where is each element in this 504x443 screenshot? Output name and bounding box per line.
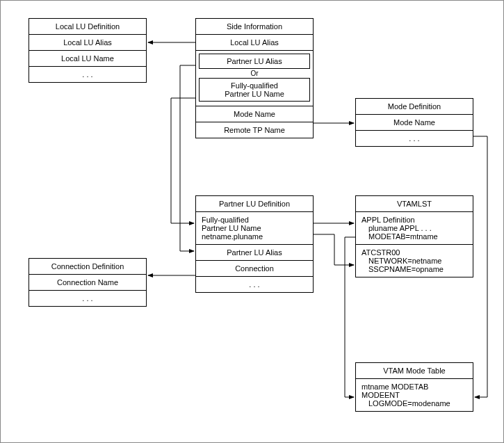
vtamlst-atcstr: ATCSTR00 NETWORK=netname SSCPNAME=opname [356,245,473,277]
side-info-local-lu-alias: Local LU Alias [196,35,313,51]
conn-def-title: Connection Definition [29,259,146,275]
side-information-box: Side Information Local LU Alias Partner … [195,18,314,138]
vtamlst-title: VTAMLST [356,196,473,212]
vtamlst-appl-line2: pluname APPL . . . [361,224,467,232]
side-info-mode-name: Mode Name [196,106,313,122]
mode-def-title: Mode Definition [356,99,473,115]
side-info-fq-partner: Fully-qualified Partner LU Name [199,78,310,102]
connection-definition-box: Connection Definition Connection Name . … [29,258,147,307]
vtamlst-appl: APPL Definition pluname APPL . . . MODET… [356,212,473,245]
vtam-mode-title: VTAM Mode Table [356,363,473,379]
mode-definition-box: Mode Definition Mode Name . . . [355,98,473,147]
side-info-fq-line2: Partner LU Name [205,90,304,98]
partner-lu-alias: Partner LU Alias [196,245,313,261]
local-lu-definition-box: Local LU Definition Local LU Alias Local… [29,18,147,83]
side-info-fq-line1: Fully-qualified [205,81,304,90]
side-info-remote-tp: Remote TP Name [196,122,313,138]
side-info-partner-lu-alias: Partner LU Alias [199,54,310,69]
vtam-mode-line2: MODEENT [361,391,467,399]
partner-lu-fq-line2: Partner LU Name [202,224,307,232]
vtam-mode-body: mtname MODETAB MODEENT LOGMODE=modename [356,379,473,411]
vtam-mode-line3: LOGMODE=modename [361,399,467,408]
vtamlst-atcstr-line2: NETWORK=netname [361,257,467,265]
mode-def-ellipsis: . . . [356,131,473,146]
partner-lu-fq-line1: Fully-qualified [202,216,307,224]
vtam-mode-line1: mtname MODETAB [361,382,467,391]
vtamlst-atcstr-line3: SSCPNAME=opname [361,265,467,273]
local-lu-title: Local LU Definition [29,19,146,35]
partner-lu-definition-box: Partner LU Definition Fully-qualified Pa… [195,195,314,293]
partner-lu-title: Partner LU Definition [196,196,313,212]
vtamlst-atcstr-line1: ATCSTR00 [361,248,467,257]
side-info-or: Or [199,69,310,78]
local-lu-ellipsis: . . . [29,67,146,82]
conn-def-ellipsis: . . . [29,291,146,306]
local-lu-alias-row: Local LU Alias [29,35,146,51]
vtamlst-appl-line1: APPL Definition [361,216,467,224]
vtamlst-appl-line3: MODETAB=mtname [361,232,467,241]
local-lu-name-row: Local LU Name [29,51,146,67]
partner-lu-ellipsis: . . . [196,277,313,292]
diagram-canvas: Local LU Definition Local LU Alias Local… [0,0,504,443]
partner-lu-fq-line3: netname.pluname [202,232,307,241]
partner-lu-fq: Fully-qualified Partner LU Name netname.… [196,212,313,245]
vtamlst-box: VTAMLST APPL Definition pluname APPL . .… [355,195,473,277]
mode-def-mode-name: Mode Name [356,115,473,131]
side-info-title: Side Information [196,19,313,35]
vtam-mode-table-box: VTAM Mode Table mtname MODETAB MODEENT L… [355,362,473,412]
side-info-partner-section: Partner LU Alias Or Fully-qualified Part… [196,51,313,106]
partner-lu-connection: Connection [196,261,313,277]
conn-def-name: Connection Name [29,275,146,291]
